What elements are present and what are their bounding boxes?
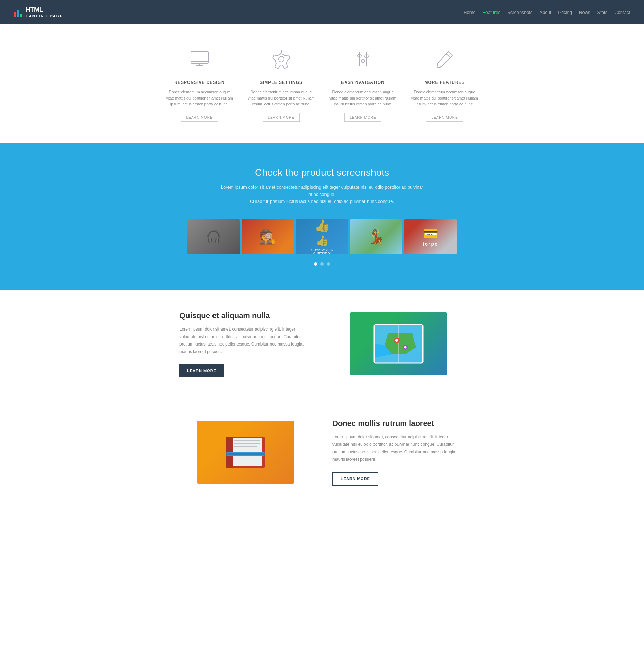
dot-2[interactable] bbox=[320, 262, 324, 266]
svg-point-19 bbox=[404, 346, 407, 349]
wallet-svg bbox=[218, 430, 273, 475]
feature-responsive-btn[interactable]: LEARN MORE bbox=[181, 113, 218, 122]
feature-more: MORE FEATURES Donec elementum accumsan a… bbox=[411, 45, 478, 122]
thumb-4-image bbox=[350, 219, 402, 254]
logo-bars-icon bbox=[14, 7, 22, 17]
nav-contact[interactable]: Contact bbox=[614, 10, 630, 15]
map-illustration bbox=[350, 312, 447, 375]
screenshot-thumb-4[interactable] bbox=[350, 219, 402, 254]
screenshot-thumb-5[interactable]: iorpo bbox=[404, 219, 457, 254]
section1-wrapper: Quisque et aliquam nulla Lorem ipsum dol… bbox=[0, 290, 644, 397]
nav-stats[interactable]: Stats bbox=[597, 10, 608, 15]
svg-line-11 bbox=[446, 54, 450, 58]
section1-desc: Lorem ipsum dolor sit amet, consectetur … bbox=[179, 326, 312, 356]
svg-rect-28 bbox=[226, 453, 265, 455]
screenshot-thumb-3[interactable]: 👍 COMECE 2013CURTINDO! bbox=[296, 219, 348, 254]
section2-title: Donec mollis rutrum laoreet bbox=[332, 419, 465, 428]
main-nav: Home Features Screenshots About Pricing … bbox=[464, 10, 630, 15]
feature-responsive-desc: Donec elementum accumsan augue vitae mat… bbox=[166, 89, 233, 108]
feature-navigation: EASY NAVIGATION Donec elementum accumsan… bbox=[329, 45, 397, 122]
feature-settings-title: SIMPLE SETTINGS bbox=[247, 80, 315, 85]
section1-btn[interactable]: LEARN MORE bbox=[179, 364, 224, 377]
feature-settings-btn[interactable]: LEARN MORE bbox=[263, 113, 299, 122]
screenshots-desc: Lorem ipsum dolor sit amet consectetur a… bbox=[218, 184, 426, 205]
feature-responsive-title: RESPONSIVE DESIGN bbox=[166, 80, 233, 85]
nav-features[interactable]: Features bbox=[483, 10, 500, 15]
dot-1[interactable] bbox=[314, 262, 317, 266]
section2-image bbox=[179, 421, 312, 484]
screenshots-gallery: 👍 COMECE 2013CURTINDO! iorpo bbox=[7, 219, 637, 254]
section1: Quisque et aliquam nulla Lorem ipsum dol… bbox=[166, 290, 478, 397]
map-svg bbox=[367, 319, 430, 368]
dot-3[interactable] bbox=[327, 262, 330, 266]
section2: Donec mollis rutrum laoreet Lorem ipsum … bbox=[166, 398, 478, 507]
svg-point-17 bbox=[395, 339, 398, 342]
screenshots-title: Check the product screenshots bbox=[7, 167, 637, 178]
bar2-icon bbox=[17, 10, 19, 17]
feature-settings: SIMPLE SETTINGS Donec elementum accumsan… bbox=[247, 45, 315, 122]
svg-rect-26 bbox=[234, 446, 257, 447]
svg-point-4 bbox=[279, 56, 284, 62]
feature-navigation-desc: Donec elementum accumsan augue vitae mat… bbox=[329, 89, 397, 108]
section1-image bbox=[332, 312, 465, 375]
wallet-illustration bbox=[197, 421, 294, 484]
feature-more-desc: Donec elementum accumsan augue vitae mat… bbox=[411, 89, 478, 108]
sliders-icon bbox=[349, 45, 377, 73]
pencil-icon bbox=[431, 45, 459, 73]
nav-screenshots[interactable]: Screenshots bbox=[507, 10, 532, 15]
features-grid: RESPONSIVE DESIGN Donec elementum accums… bbox=[166, 45, 478, 122]
nav-home[interactable]: Home bbox=[464, 10, 476, 15]
logo: HTML LANDING PAGE bbox=[14, 6, 63, 18]
logo-subtitle: LANDING PAGE bbox=[26, 14, 63, 18]
section2-wrapper: Donec mollis rutrum laoreet Lorem ipsum … bbox=[0, 398, 644, 507]
svg-rect-25 bbox=[234, 443, 260, 444]
thumb-2-image bbox=[242, 219, 294, 254]
nav-news[interactable]: News bbox=[579, 10, 590, 15]
gallery-dots bbox=[7, 262, 637, 266]
section1-title: Quisque et aliquam nulla bbox=[179, 311, 312, 320]
section1-text: Quisque et aliquam nulla Lorem ipsum dol… bbox=[179, 311, 312, 376]
header: HTML LANDING PAGE Home Features Screensh… bbox=[0, 0, 644, 24]
feature-settings-desc: Donec elementum accumsan augue vitae mat… bbox=[247, 89, 315, 108]
screenshot-thumb-1[interactable] bbox=[187, 219, 240, 254]
logo-text-block: HTML LANDING PAGE bbox=[26, 6, 63, 18]
feature-navigation-title: EASY NAVIGATION bbox=[329, 80, 397, 85]
screenshots-section: Check the product screenshots Lorem ipsu… bbox=[0, 143, 644, 290]
feature-navigation-btn[interactable]: LEARN MORE bbox=[344, 113, 381, 122]
logo-name: HTML bbox=[26, 6, 63, 14]
thumb-1-image bbox=[187, 219, 240, 254]
gear-icon bbox=[267, 45, 295, 73]
feature-more-btn[interactable]: LEARN MORE bbox=[426, 113, 463, 122]
nav-about[interactable]: About bbox=[539, 10, 551, 15]
monitor-icon bbox=[186, 45, 214, 73]
thumb-3-image: 👍 COMECE 2013CURTINDO! bbox=[296, 219, 348, 254]
thumb-5-image: iorpo bbox=[404, 219, 457, 254]
nav-pricing[interactable]: Pricing bbox=[558, 10, 572, 15]
screenshot-thumb-2[interactable] bbox=[242, 219, 294, 254]
section2-text: Donec mollis rutrum laoreet Lorem ipsum … bbox=[332, 419, 465, 486]
features-section: RESPONSIVE DESIGN Donec elementum accums… bbox=[0, 24, 644, 143]
bar3-icon bbox=[20, 14, 22, 17]
section2-desc: Lorem ipsum dolor sit amet, consectetur … bbox=[332, 434, 465, 463]
bar1-icon bbox=[14, 12, 16, 17]
section2-btn[interactable]: LEARN MORE bbox=[332, 472, 378, 486]
feature-responsive: RESPONSIVE DESIGN Donec elementum accums… bbox=[166, 45, 233, 122]
svg-rect-24 bbox=[234, 440, 260, 441]
feature-more-title: MORE FEATURES bbox=[411, 80, 478, 85]
